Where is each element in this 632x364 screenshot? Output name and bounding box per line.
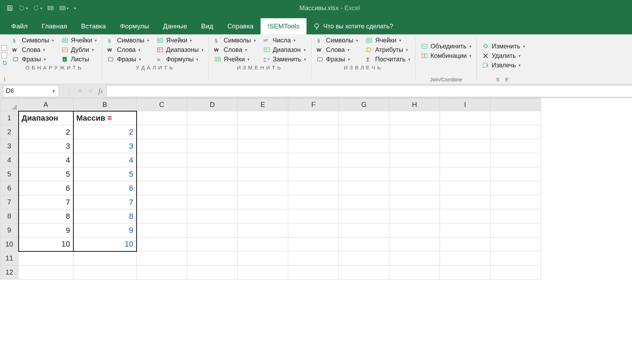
cell-B10[interactable]: 10 [73, 237, 137, 251]
spreadsheet[interactable]: A B C D E F G H I 1 Диапазон Массив = 22… [0, 98, 632, 364]
redo-icon[interactable]: ▾ [33, 5, 42, 12]
cell-A9[interactable]: 9 [19, 223, 73, 237]
col-header-A[interactable]: A [19, 99, 73, 111]
cell-A3[interactable]: 3 [19, 139, 73, 153]
btn-cells-1[interactable]: Ячейки▾ [61, 36, 97, 44]
col-header-extra[interactable] [491, 99, 541, 111]
cell-A7[interactable]: 7 [19, 195, 73, 209]
undo-small-icon[interactable] [1, 60, 8, 66]
btn-cells-4[interactable]: Ячейки▾ [365, 36, 410, 44]
btn-symbols-3[interactable]: §Символы▾ [214, 36, 256, 44]
btn-cells-2[interactable]: Ячейки▾ [156, 36, 204, 44]
cell-B3[interactable]: 3 [73, 139, 137, 153]
cell-B2[interactable]: 2 [73, 125, 137, 139]
btn-numbers-3[interactable]: 10²Числа▾ [263, 36, 306, 44]
tab-formulas[interactable]: Формулы [113, 18, 156, 34]
btn-phrases-4[interactable]: Фразы▾ [316, 55, 358, 63]
checkbox-2[interactable] [1, 53, 7, 58]
col-header-G[interactable]: G [339, 99, 389, 111]
cell-A6[interactable]: 6 [19, 181, 73, 195]
svg-rect-22 [264, 48, 269, 52]
formula-controls: ⋮ fx [62, 87, 106, 95]
cell-A4[interactable]: 4 [19, 153, 73, 167]
qat-customize-icon[interactable]: ▾ [73, 6, 76, 10]
group-label-detect: ОБНАРУЖИТЬ [12, 63, 97, 71]
cell-A8[interactable]: 8 [19, 209, 73, 223]
tab-file[interactable]: Файл [4, 18, 35, 34]
formula-input[interactable] [106, 85, 632, 97]
qat-cmd-2-icon[interactable]: ▾ [59, 5, 68, 12]
col-header-E[interactable]: E [238, 99, 288, 111]
svg-text:W: W [12, 47, 17, 53]
btn-symbols-2[interactable]: §Символы▾ [107, 36, 149, 44]
btn-attrs-4[interactable]: Атрибуты▾ [365, 46, 410, 54]
row-5: 555 [0, 167, 541, 181]
btn-formulas-2[interactable]: fxФормулы▾ [156, 55, 204, 63]
col-header-H[interactable]: H [389, 99, 440, 111]
cell-B4[interactable]: 4 [73, 153, 137, 167]
col-header-B[interactable]: B [73, 99, 137, 111]
btn-change-6[interactable]: Изменить▾ [482, 42, 525, 50]
btn-words-4[interactable]: WСлова▾ [316, 46, 358, 54]
btn-ranges-2[interactable]: Диапазоны▾ [156, 46, 204, 54]
name-box-dropdown-icon[interactable]: ▼ [52, 89, 56, 94]
cancel-icon[interactable] [77, 88, 83, 94]
btn-merge[interactable]: Объединить▾ [421, 42, 472, 50]
btn-dupes-1[interactable]: Дубли▾ [61, 46, 97, 54]
btn-phrases-1[interactable]: Фразы▾ [12, 55, 54, 63]
cell-A1[interactable]: Диапазон [19, 111, 73, 125]
btn-delete-6[interactable]: Удалить▾ [482, 52, 525, 60]
tab-data[interactable]: Данные [156, 18, 194, 34]
grid[interactable]: A B C D E F G H I 1 Диапазон Массив = 22… [0, 98, 541, 279]
undo-icon[interactable]: ▾ [18, 5, 28, 12]
cell-A5[interactable]: 5 [19, 167, 73, 181]
tab-insert[interactable]: Вставка [74, 18, 113, 34]
tab-home[interactable]: Главная [35, 18, 74, 34]
tell-me[interactable]: Что вы хотите сделать? [307, 18, 400, 34]
btn-calc-4[interactable]: ΣПосчитать▾ [365, 55, 410, 63]
cell-B5[interactable]: 5 [73, 167, 137, 181]
fx-icon[interactable]: fx [98, 87, 103, 95]
svg-rect-16 [158, 48, 163, 52]
btn-cells-3[interactable]: Ячейки▾ [214, 55, 256, 63]
btn-symbols-4[interactable]: §Символы▾ [316, 36, 358, 44]
cell-B6[interactable]: 6 [73, 181, 137, 195]
row-header-1[interactable]: 1 [0, 111, 19, 125]
select-all-corner[interactable] [0, 99, 19, 111]
ribbon-group-change: §Символы▾ WСлова▾ Ячейки▾ 10²Числа▾ Диап… [211, 34, 309, 84]
btn-words-1[interactable]: WСлова▾ [12, 46, 54, 54]
btn-phrases-2[interactable]: Фразы▾ [107, 55, 149, 63]
qat-cmd-1-icon[interactable] [47, 5, 54, 12]
phrases-icon [107, 55, 115, 63]
cell-B9[interactable]: 9 [73, 223, 137, 237]
btn-extract-6[interactable]: Извлечь▾ [482, 61, 525, 69]
btn-range-3[interactable]: Диапазон▾ [263, 46, 306, 54]
cell-B1[interactable]: Массив = [73, 111, 137, 125]
btn-replace-3[interactable]: abacЗаменить▾ [263, 55, 306, 63]
btn-words-2[interactable]: WСлова▾ [107, 46, 149, 54]
col-header-F[interactable]: F [288, 99, 339, 111]
tab-view[interactable]: Вид [194, 18, 220, 34]
btn-words-3[interactable]: WСлова▾ [214, 46, 256, 54]
col-header-D[interactable]: D [187, 99, 238, 111]
tab-semtools[interactable]: !SEMTools [261, 18, 307, 34]
tab-help[interactable]: Справка [220, 18, 261, 34]
cell-B7[interactable]: 7 [73, 195, 137, 209]
save-icon[interactable] [6, 5, 13, 12]
checkbox-1[interactable] [1, 45, 7, 51]
svg-rect-0 [8, 6, 11, 7]
enter-icon[interactable] [88, 88, 93, 94]
name-box[interactable]: D6 ▼ [3, 85, 59, 97]
btn-symbols-1[interactable]: §Символы▾ [12, 36, 54, 44]
sigma-icon: Σ [365, 55, 373, 63]
cell-A2[interactable]: 2 [19, 125, 73, 139]
group-label-6: S E [482, 75, 525, 83]
btn-combinations[interactable]: Комбинации▾ [421, 52, 472, 60]
col-header-C[interactable]: C [137, 99, 187, 111]
col-header-I[interactable]: I [440, 99, 491, 111]
cell-B8[interactable]: 8 [73, 209, 137, 223]
cell-C1[interactable] [137, 111, 187, 125]
row-3: 333 [0, 139, 541, 153]
btn-sheets-1[interactable]: XЛисты [61, 55, 97, 63]
cell-A10[interactable]: 10 [19, 237, 73, 251]
